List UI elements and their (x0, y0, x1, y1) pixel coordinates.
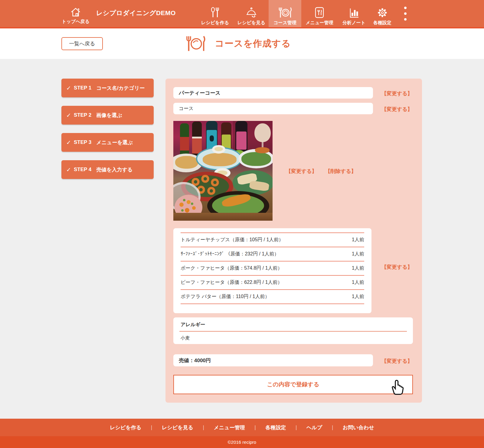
nav-item-label: レシピを作る (201, 20, 229, 27)
menu-item-serving: 1人前 (352, 294, 364, 300)
brand-title: レシプロダイニングDEMO (96, 0, 176, 26)
change-course-name-link[interactable]: 【変更する】 (381, 90, 413, 97)
kebab-dot (404, 7, 407, 9)
check-icon: ✓ (66, 112, 71, 119)
cloche-icon (245, 6, 258, 20)
change-price-link[interactable]: 【変更する】 (381, 358, 413, 365)
top-navigation: トップへ戻る レシプロダイニングDEMO レシピを作る レシピを見る (0, 0, 484, 28)
menu-item-name: ｻｰﾌｧｰｽﾞ･ｸﾞｯﾄﾓｰﾆﾝｸﾞ （原価：232円 / 1人前） (181, 251, 279, 257)
price-field[interactable]: 売値：4000円 (173, 354, 373, 366)
nav-item-menu-management[interactable]: メニュー管理 (302, 0, 336, 27)
plate-fork-knife-icon (277, 6, 293, 20)
footer-link-settings[interactable]: 各種設定 (266, 424, 286, 431)
back-to-list-button[interactable]: 一覧へ戻る (61, 37, 103, 50)
change-menu-link[interactable]: 【変更する】 (381, 264, 413, 271)
gear-icon (376, 6, 389, 20)
footer-links: レシピを作る ｜ レシピを見る ｜ メニュー管理 ｜ 各種設定 ｜ ヘルプ ｜ … (0, 419, 484, 436)
bar-chart-icon (348, 6, 360, 20)
change-category-link[interactable]: 【変更する】 (381, 106, 413, 113)
menu-item-row: ｻｰﾌｧｰｽﾞ･ｸﾞｯﾄﾓｰﾆﾝｸﾞ （原価：232円 / 1人前） 1人前 (181, 247, 364, 261)
course-menu-list: トルティーヤチップス（原価：105円 / 1人前） 1人前 ｻｰﾌｧｰｽﾞ･ｸﾞ… (173, 228, 371, 313)
footer-separator: ｜ (294, 424, 299, 431)
footer-separator: ｜ (201, 424, 206, 431)
check-icon: ✓ (66, 139, 71, 146)
nav-item-label: メニュー管理 (306, 20, 333, 27)
footer-separator: ｜ (253, 424, 258, 431)
kebab-dot (404, 12, 407, 15)
page-header: コースを作成する 一覧へ戻る (0, 28, 484, 59)
menu-item-serving: 1人前 (352, 251, 364, 257)
nav-home-label: トップへ戻る (62, 19, 90, 26)
course-category-field[interactable]: コース (173, 103, 373, 114)
nav-item-settings[interactable]: 各種設定 (370, 0, 395, 27)
footer-separator: ｜ (149, 424, 154, 431)
allergy-title: アレルギー (179, 322, 407, 332)
nav-item-label: レシピを見る (237, 20, 265, 27)
nav-home-button[interactable]: トップへ戻る (60, 2, 91, 26)
footer-link-view-recipe[interactable]: レシピを見る (162, 424, 193, 431)
step-4-button[interactable]: ✓ STEP 4 売値を入力する (61, 160, 154, 179)
nav-item-label: 分析ノート (342, 20, 365, 27)
menu-item-name: ビーフ・ファヒータ（原価：622.8円 / 1人前） (181, 279, 283, 286)
footer-link-help[interactable]: ヘルプ (306, 424, 322, 431)
register-button[interactable]: この内容で登録する (173, 375, 413, 394)
nav-item-create-recipe[interactable]: レシピを作る (198, 0, 232, 27)
menu-item-row: ビーフ・ファヒータ（原価：622.8円 / 1人前） 1人前 (181, 275, 364, 289)
more-menu-button[interactable] (400, 0, 411, 27)
allergy-value: 小麦 (179, 335, 407, 341)
nav-item-label: コース管理 (273, 20, 296, 27)
menu-item-serving: 1人前 (352, 237, 364, 243)
check-icon: ✓ (66, 85, 71, 92)
nav-item-course-management[interactable]: コース管理 (269, 0, 301, 27)
step-1-button[interactable]: ✓ STEP 1 コース名/カテゴリー (61, 79, 154, 97)
menu-item-row: トルティーヤチップス（原価：105円 / 1人前） 1人前 (181, 232, 364, 247)
course-name-field[interactable]: パーティーコース (173, 87, 373, 99)
footer-link-create-recipe[interactable]: レシピを作る (110, 424, 141, 431)
menu-item-name: トルティーヤチップス（原価：105円 / 1人前） (181, 237, 283, 243)
menu-item-name: ポテフラ バター（原価：110円 / 1人前） (181, 294, 270, 300)
copyright-text: ©2016 recipro (228, 440, 256, 445)
menu-item-row: ポーク・ファヒータ（原価：574.8円 / 1人前） 1人前 (181, 261, 364, 275)
step-3-button[interactable]: ✓ STEP 3 メニューを選ぶ (61, 133, 154, 152)
course-summary-panel: パーティーコース 【変更する】 コース 【変更する】 【変更する】 【削除する】… (165, 79, 422, 403)
copyright-bar: ©2016 recipro (0, 436, 484, 448)
allergy-box: アレルギー 小麦 (173, 317, 413, 344)
nav-item-analysis-note[interactable]: 分析ノート (339, 0, 368, 27)
footer-link-menu-management[interactable]: メニュー管理 (214, 424, 245, 431)
menu-item-serving: 1人前 (352, 265, 364, 271)
delete-image-link[interactable]: 【削除する】 (325, 168, 356, 175)
check-icon: ✓ (66, 166, 71, 173)
page-title: コースを作成する (215, 37, 291, 50)
kebab-dot (404, 18, 407, 21)
step-2-button[interactable]: ✓ STEP 2 画像を選ぶ (61, 106, 154, 125)
footer-link-contact[interactable]: お問い合わせ (343, 424, 374, 431)
plate-fork-knife-title-icon (181, 34, 210, 53)
menu-item-name: ポーク・ファヒータ（原価：574.8円 / 1人前） (181, 265, 283, 271)
utensils-icon (209, 6, 221, 20)
footer-separator: ｜ (330, 424, 335, 431)
menu-item-row: ポテフラ バター（原価：110円 / 1人前） 1人前 (181, 289, 364, 304)
course-photo (173, 121, 273, 221)
menu-book-icon (313, 6, 326, 20)
nav-item-label: 各種設定 (373, 20, 391, 27)
menu-item-serving: 1人前 (352, 279, 364, 286)
home-icon (70, 7, 81, 19)
nav-item-view-recipe[interactable]: レシピを見る (234, 0, 268, 27)
change-image-link[interactable]: 【変更する】 (286, 168, 317, 175)
